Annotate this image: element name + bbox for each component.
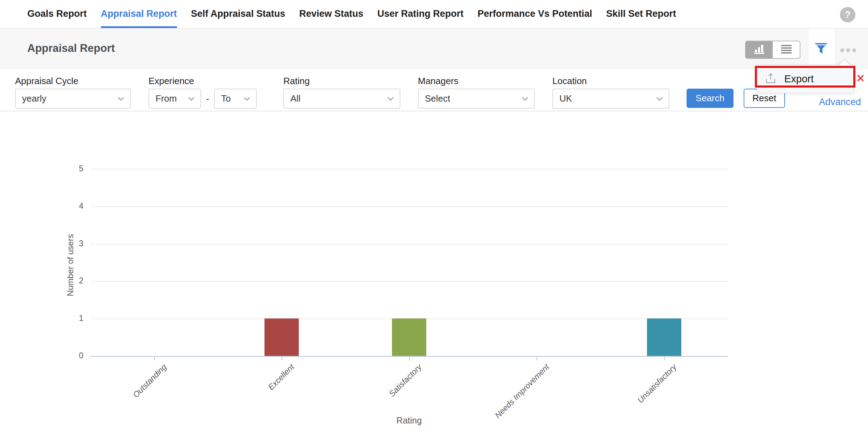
filter-funnel-icon[interactable] <box>814 43 828 57</box>
page-header: Appraisal Report <box>0 29 868 69</box>
x-axis-title: Rating <box>90 415 728 426</box>
y-tick-label: 4 <box>62 201 83 211</box>
report-tabs-bar: Goals ReportAppraisal ReportSelf Apprais… <box>0 0 868 29</box>
chevron-down-icon <box>656 97 663 101</box>
filter-bar: Search Reset Advanced Appraisal Cycleyea… <box>0 69 868 111</box>
experience-from-select-value: From <box>156 93 177 104</box>
chart-view-button[interactable] <box>746 41 773 58</box>
x-category-label: Satisfactory <box>387 362 423 399</box>
tab-appraisal-report[interactable]: Appraisal Report <box>101 0 177 28</box>
tab-review-status[interactable]: Review Status <box>299 0 363 28</box>
experience-label: Experience <box>149 76 194 87</box>
rating-label: Rating <box>283 76 310 87</box>
rating-controls: All <box>283 89 400 109</box>
managers-controls: Select <box>418 89 535 109</box>
appraisal-bar-chart: Number of users Rating 012345Outstanding… <box>0 111 868 447</box>
appraisal-cycle-select[interactable]: yearly <box>15 89 131 109</box>
gridline <box>90 244 728 245</box>
view-toggle <box>745 41 800 59</box>
more-options-button[interactable] <box>840 48 856 52</box>
appraisal-cycle-label: Appraisal Cycle <box>15 76 78 87</box>
chevron-down-icon <box>522 97 529 101</box>
x-tick-mark <box>154 356 155 360</box>
help-icon[interactable]: ? <box>840 7 855 22</box>
x-category-label: Excellent <box>266 362 296 392</box>
chevron-down-icon <box>243 97 250 101</box>
x-category-label: Unsatisfactory <box>636 362 678 405</box>
appraisal-cycle-controls: yearly <box>15 89 131 109</box>
bar-chart-icon <box>753 44 765 56</box>
advanced-link[interactable]: Advanced <box>819 97 861 108</box>
bar-satisfactory[interactable] <box>392 318 426 356</box>
search-button[interactable]: Search <box>687 89 733 108</box>
bar-unsatisfactory[interactable] <box>647 318 681 356</box>
x-tick-mark <box>537 356 537 360</box>
x-tick-mark <box>282 356 282 360</box>
location-controls: UK <box>552 89 669 109</box>
y-tick-label: 3 <box>62 239 83 248</box>
experience-from-select[interactable]: From <box>149 89 201 109</box>
y-tick-label: 1 <box>62 314 83 323</box>
appraisal-report-page: Goals ReportAppraisal ReportSelf Apprais… <box>0 0 868 447</box>
bar-excellent[interactable] <box>264 318 299 356</box>
gridline <box>90 206 728 207</box>
annotation-close-icon[interactable]: ✕ <box>856 72 865 84</box>
export-menu-item[interactable]: Export <box>757 64 854 93</box>
location-select[interactable]: UK <box>552 89 669 109</box>
chevron-down-icon <box>387 97 394 101</box>
chevron-down-icon <box>188 97 195 101</box>
appraisal-cycle-select-value: yearly <box>22 93 46 104</box>
managers-select-value: Select <box>425 93 450 104</box>
chevron-down-icon <box>117 97 124 101</box>
y-tick-label: 5 <box>62 164 83 173</box>
location-label: Location <box>552 76 587 87</box>
tab-performance-vs-potential[interactable]: Performance Vs Potential <box>477 0 592 28</box>
export-label: Export <box>784 73 814 85</box>
gridline <box>90 169 728 170</box>
managers-label: Managers <box>418 76 459 87</box>
ellipsis-icon <box>840 48 844 52</box>
tab-user-rating-report[interactable]: User Rating Report <box>377 0 463 28</box>
experience-to-select-value: To <box>221 93 230 104</box>
y-tick-label: 2 <box>62 276 83 286</box>
x-tick-mark <box>409 356 410 360</box>
rating-select-value: All <box>290 93 301 104</box>
export-upload-icon <box>765 73 776 85</box>
list-view-button[interactable] <box>773 41 800 58</box>
rating-select[interactable]: All <box>283 89 400 109</box>
location-select-value: UK <box>559 93 572 104</box>
list-icon <box>780 44 792 55</box>
page-title: Appraisal Report <box>27 42 115 55</box>
range-separator: - <box>206 93 209 104</box>
managers-select[interactable]: Select <box>418 89 535 109</box>
experience-controls: From-To <box>149 89 257 109</box>
tab-self-appraisal-status[interactable]: Self Appraisal Status <box>191 0 285 28</box>
x-tick-mark <box>664 356 665 360</box>
tab-skill-set-report[interactable]: Skill Set Report <box>606 0 676 28</box>
gridline <box>90 281 728 282</box>
tab-goals-report[interactable]: Goals Report <box>27 0 87 28</box>
y-tick-label: 0 <box>62 351 83 360</box>
x-category-label: Needs Improvement <box>493 362 551 420</box>
experience-to-select[interactable]: To <box>214 89 257 109</box>
x-category-label: Outstanding <box>131 362 168 400</box>
